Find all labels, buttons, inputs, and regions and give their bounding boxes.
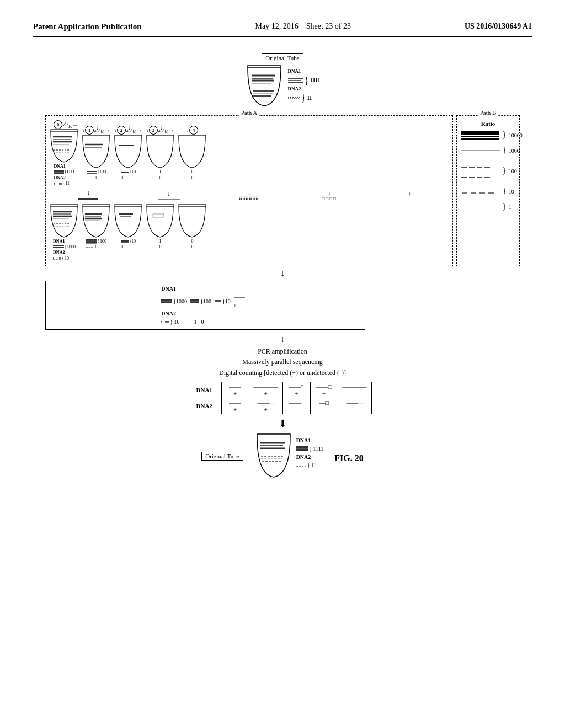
pcr-line3: Digital counting [detected (+) or undete… [45,368,520,378]
counting-table: DNA1 ——+ ————+ ——''+ ——□+ ————- DNA2 ——+… [194,382,372,414]
path-a-box: Path A ↓ 0 x1/10 → [45,115,453,266]
dna1-col3: ——''+ [282,382,310,398]
ratio-10000: 10000 [509,132,523,138]
bottom-row: Original Tube [45,433,520,480]
dna2-col2: ——···+ [249,398,282,414]
tube-r2-4 [177,204,207,240]
figure-container: Original Tube [33,53,532,480]
pcr-line2: Massively parallel sequencing [45,357,520,367]
path-b-box: Path B Ratio } [456,115,520,266]
header-center: May 12, 2016 Sheet 23 of 23 [255,22,351,31]
svg-rect-8 [51,130,78,132]
bottom-tube-svg [254,433,293,480]
svg-rect-22 [51,205,78,207]
tube-2 [113,135,143,170]
tube-r2-2 [113,204,143,240]
dna2-row-label: DNA2 [194,398,221,414]
tube-r2-0 [49,204,79,240]
circle-4: 4 [189,126,198,135]
header-left: Patent Application Publication [33,22,142,31]
svg-rect-37 [147,205,174,207]
tube-r2-1 [81,204,111,240]
bottom-original-tube-label: Original Tube [201,452,243,461]
path-a-label: Path A [239,109,260,116]
dna2-count-top: 11 [307,94,312,102]
dna2-col1: ——+ [221,398,249,414]
svg-rect-15 [83,135,110,137]
dna1-count-top: 1111 [310,76,320,84]
arrow-to-combined: ↓ [45,269,520,279]
header: Patent Application Publication May 12, 2… [33,22,532,37]
dna1-col2: ————+ [249,382,282,398]
tube-r2-3 [145,204,175,240]
tube-1 [81,135,111,170]
dna1-row: DNA1 ——+ ————+ ——''+ ——□+ ————- [194,382,371,398]
dna2-col4: —□- [310,398,338,414]
svg-rect-18 [115,135,142,137]
path-b-label: Path B [478,109,499,116]
circle-3: 3 [149,126,158,135]
ratio-1000: 1000 [509,148,520,154]
dna1-col1: ——+ [221,382,249,398]
svg-rect-40 [257,434,290,436]
header-right: US 2016/0130649 A1 [465,22,532,31]
dna2-row: DNA2 ——+ ——···+ ——··- —□- ——···- [194,398,371,414]
svg-rect-20 [147,135,174,137]
dna2-col3: ——··- [282,398,310,414]
dna2-count-bottom: 11 [311,461,316,469]
svg-rect-0 [248,66,281,68]
dna1-col4: ——□+ [310,382,338,398]
bottom-tube-group: DNA1 } 1111 DNA2 } 11 [254,433,324,480]
svg-rect-21 [179,135,206,137]
svg-rect-29 [83,205,110,207]
dna1-label-top: DNA1 [288,68,321,76]
pcr-text: PCR amplification Massively parallel seq… [45,346,520,378]
ratio-10: 10 [509,189,514,195]
tube-3 [145,135,175,170]
top-tube-svg [245,65,284,109]
tube-4 [177,135,207,170]
arrow-to-pcr: ↓ [45,334,520,344]
ratio-label: Ratio [459,120,517,127]
combined-tube-box: DNA1 }1000 }100 }10 ——1 DNA2 } 10 [45,281,365,330]
fig-label: FIG. 20 [334,453,363,463]
bottom-original-tube: Original Tube [201,452,243,461]
arrow-to-bottom: ⬇ [45,417,520,430]
original-tube-label-top: Original Tube [262,53,303,62]
dna1-col5: ————- [338,382,371,398]
circle-1: 1 [85,126,94,135]
ratio-1: 1 [509,204,511,210]
counting-table-wrap: DNA1 ——+ ————+ ——''+ ——□+ ————- DNA2 ——+… [45,382,520,414]
dna2-col5: ——···- [338,398,371,414]
dna1-row-label: DNA1 [194,382,221,398]
fig-area: Original Tube [45,53,520,480]
pcr-line1: PCR amplification [45,346,520,357]
svg-rect-39 [179,205,206,207]
svg-rect-34 [115,205,142,207]
dna1-count-bottom: 1111 [313,445,323,453]
header-sheet: Sheet 23 of 23 [306,22,351,30]
tube-0 [49,129,79,165]
header-date: May 12, 2016 [255,22,299,30]
dna2-label-top: DNA2 [288,85,321,93]
circle-0: 0 [54,120,62,129]
page: Patent Application Publication May 12, 2… [0,0,565,728]
ratio-100: 100 [509,168,517,174]
circle-2: 2 [117,126,126,135]
